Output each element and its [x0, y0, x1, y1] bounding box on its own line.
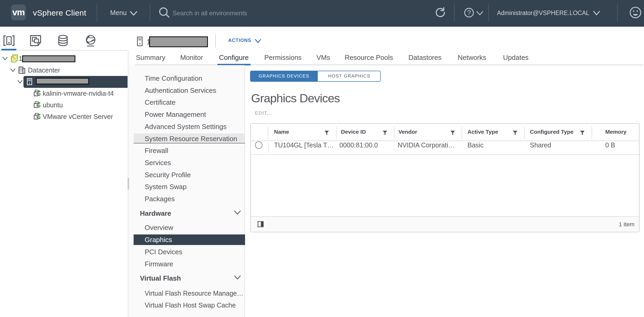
svg-text:?: ?	[467, 9, 471, 17]
